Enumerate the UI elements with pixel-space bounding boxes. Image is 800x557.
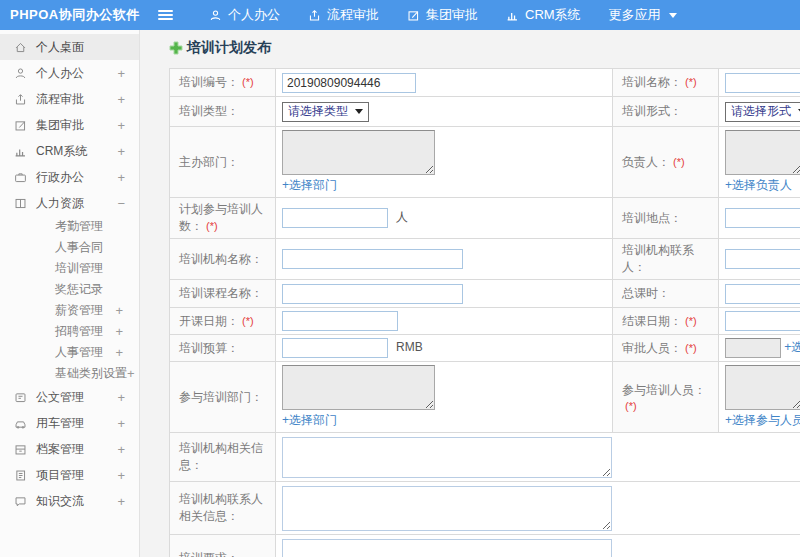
sidebar-item-personal-office[interactable]: 个人办公 + — [0, 60, 139, 86]
start-date-input[interactable] — [282, 311, 398, 331]
user-icon — [209, 9, 222, 22]
training-type-select[interactable]: 请选择类型 — [282, 102, 369, 122]
sidebar-item-group-approval[interactable]: 集团审批 + — [0, 112, 139, 138]
expand-icon[interactable]: + — [117, 66, 125, 81]
org-contact-input[interactable] — [725, 249, 800, 269]
org-name-input[interactable] — [282, 249, 463, 269]
select-join-people-link[interactable]: +选择参与人员 — [725, 412, 800, 429]
training-requirements-textarea[interactable] — [282, 539, 612, 557]
expand-icon[interactable]: + — [117, 92, 125, 107]
sidebar-item-personal-desktop[interactable]: 个人桌面 — [0, 34, 139, 60]
select-approver-link[interactable]: +选择审批人员 — [784, 340, 800, 354]
sidebar-item-reward-punish-record[interactable]: 奖惩记录 — [0, 279, 139, 300]
app-logo: PHPOA协同办公软件 — [0, 6, 140, 24]
sidebar-hr-submenu: 考勤管理 人事合同 培训管理 奖惩记录 薪资管理 + 招聘管理 + — [0, 216, 139, 384]
field-label: 审批人员： — [622, 341, 682, 355]
expand-icon[interactable]: + — [117, 494, 125, 509]
select-department-link[interactable]: +选择部门 — [282, 412, 337, 429]
plus-icon — [169, 41, 183, 55]
edit-icon — [407, 9, 420, 22]
field-label: 培训预算： — [179, 341, 239, 355]
required-marker: (*) — [242, 76, 254, 88]
location-input[interactable] — [725, 208, 800, 228]
topnav-personal-office[interactable]: 个人办公 — [195, 0, 294, 30]
sidebar-item-crm[interactable]: CRM系统 + — [0, 138, 139, 164]
unit-label: RMB — [396, 340, 423, 354]
field-label: 培训编号： — [179, 75, 239, 89]
menu-toggle-icon[interactable] — [158, 10, 173, 20]
end-date-input[interactable] — [725, 311, 800, 331]
table-row: 培训机构联系人相关信息： — [170, 482, 800, 535]
caret-down-icon — [355, 109, 363, 114]
chat-icon — [14, 495, 27, 508]
sidebar-item-knowledge-exchange[interactable]: 知识交流 + — [0, 488, 139, 514]
expand-icon[interactable]: + — [127, 366, 135, 381]
topnav-crm[interactable]: CRM系统 — [492, 0, 595, 30]
table-row: 培训课程名称： 总课时： — [170, 280, 800, 308]
course-name-input[interactable] — [282, 284, 463, 304]
approver-input[interactable] — [725, 338, 781, 358]
expand-icon[interactable]: + — [115, 345, 123, 360]
training-number-input[interactable] — [282, 73, 416, 93]
join-people-textarea[interactable] — [725, 365, 800, 410]
table-row: 培训要求： — [170, 535, 800, 557]
sidebar-item-personnel-mgmt[interactable]: 人事管理 + — [0, 342, 139, 363]
sidebar-item-project-mgmt[interactable]: 项目管理 + — [0, 462, 139, 488]
collapse-icon[interactable]: − — [117, 196, 125, 211]
field-label: 主办部门： — [179, 155, 239, 169]
sidebar-item-vehicle-mgmt[interactable]: 用车管理 + — [0, 410, 139, 436]
sidebar-item-attendance-mgmt[interactable]: 考勤管理 — [0, 216, 139, 237]
sidebar-item-document-mgmt[interactable]: 公文管理 + — [0, 384, 139, 410]
host-department-textarea[interactable] — [282, 130, 435, 175]
sidebar-item-admin-office[interactable]: 行政办公 + — [0, 164, 139, 190]
required-marker: (*) — [685, 76, 697, 88]
planned-count-input[interactable] — [282, 208, 388, 228]
training-mode-select[interactable]: 请选择形式 — [725, 102, 800, 122]
required-marker: (*) — [685, 342, 697, 354]
sidebar-item-workflow-approval[interactable]: 流程审批 + — [0, 86, 139, 112]
sidebar-item-archive-mgmt[interactable]: 档案管理 + — [0, 436, 139, 462]
field-label: 培训地点： — [622, 211, 682, 225]
training-name-input[interactable] — [725, 73, 800, 93]
field-label: 培训机构名称： — [179, 252, 263, 266]
field-label: 总课时： — [622, 286, 670, 300]
table-row: 主办部门： +选择部门 负责人：(*) +选择负责人 — [170, 127, 800, 198]
table-row: 开课日期：(*) 结课日期：(*) — [170, 308, 800, 335]
topnav-group-approval[interactable]: 集团审批 — [393, 0, 492, 30]
topnav-more-apps[interactable]: 更多应用 — [595, 0, 691, 30]
sidebar-item-base-category-settings[interactable]: 基础类别设置 + — [0, 363, 139, 384]
sidebar-item-salary-mgmt[interactable]: 薪资管理 + — [0, 300, 139, 321]
topnav-workflow-approval[interactable]: 流程审批 — [294, 0, 393, 30]
expand-icon[interactable]: + — [115, 324, 123, 339]
expand-icon[interactable]: + — [117, 144, 125, 159]
required-marker: (*) — [206, 220, 218, 232]
expand-icon[interactable]: + — [117, 468, 125, 483]
select-leader-link[interactable]: +选择负责人 — [725, 177, 792, 194]
org-info-textarea[interactable] — [282, 437, 612, 478]
join-department-textarea[interactable] — [282, 365, 435, 410]
budget-input[interactable] — [282, 338, 388, 358]
table-row: 培训类型： 请选择类型 培训形式： 请选择形式 — [170, 97, 800, 127]
select-department-link[interactable]: +选择部门 — [282, 177, 337, 194]
org-contact-info-textarea[interactable] — [282, 486, 612, 531]
sidebar-item-personnel-contract[interactable]: 人事合同 — [0, 237, 139, 258]
sidebar-item-recruit-mgmt[interactable]: 招聘管理 + — [0, 321, 139, 342]
expand-icon[interactable]: + — [117, 390, 125, 405]
leader-textarea[interactable] — [725, 130, 800, 175]
expand-icon[interactable]: + — [115, 303, 123, 318]
book-icon — [14, 197, 27, 210]
briefcase-icon — [14, 171, 27, 184]
expand-icon[interactable]: + — [117, 170, 125, 185]
expand-icon[interactable]: + — [117, 442, 125, 457]
required-marker: (*) — [242, 315, 254, 327]
expand-icon[interactable]: + — [117, 416, 125, 431]
field-label: 计划参与培训人数： — [179, 202, 263, 233]
table-row: 培训编号：(*) 培训名称：(*) — [170, 69, 800, 97]
sidebar-item-training-mgmt[interactable]: 培训管理 — [0, 258, 139, 279]
total-hours-input[interactable] — [725, 284, 800, 304]
bar-chart-icon — [506, 9, 519, 22]
sidebar-item-human-resources[interactable]: 人力资源 − — [0, 190, 139, 216]
upload-icon — [308, 9, 321, 22]
expand-icon[interactable]: + — [117, 118, 125, 133]
home-icon — [14, 41, 27, 54]
